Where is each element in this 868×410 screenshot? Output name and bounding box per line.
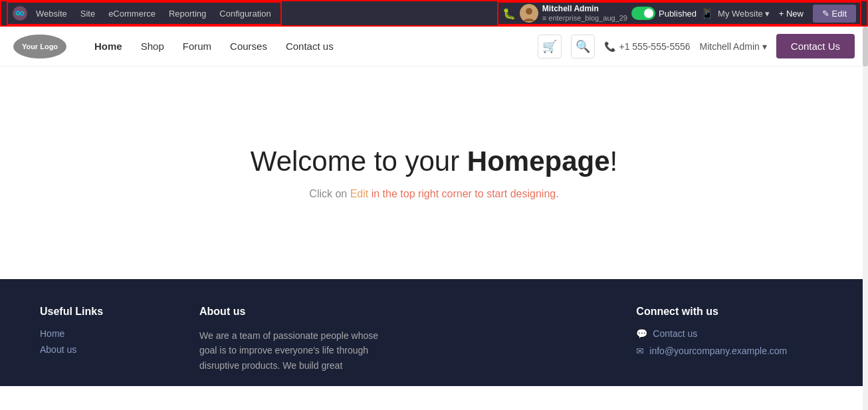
phone-icon: 📞 bbox=[604, 41, 615, 52]
user-blog: ≡ enterprise_blog_aug_29 bbox=[542, 14, 627, 23]
menu-item-home[interactable]: Home bbox=[86, 37, 130, 56]
logo-area[interactable]: Your Logo bbox=[13, 35, 66, 58]
odoo-logo-icon bbox=[12, 5, 28, 21]
scrollbar-thumb[interactable] bbox=[863, 27, 868, 66]
admin-nav-left: Website Site eCommerce Reporting Configu… bbox=[7, 1, 282, 25]
admin-nav-website[interactable]: Website bbox=[31, 6, 72, 21]
mobile-icon[interactable]: 📱 bbox=[701, 7, 714, 20]
menu-item-contact[interactable]: Contact us bbox=[278, 37, 342, 56]
footer-grid: Useful Links Home About us About us We a… bbox=[40, 306, 828, 373]
user-info: Mitchell Admin ≡ enterprise_blog_aug_29 bbox=[542, 4, 627, 23]
avatar bbox=[520, 4, 538, 23]
admin-nav-configuration[interactable]: Configuration bbox=[214, 6, 276, 21]
blog-icon: ≡ bbox=[542, 14, 546, 22]
edit-link-text: Edit bbox=[350, 188, 369, 199]
footer-useful-links: Useful Links Home About us bbox=[40, 306, 173, 373]
phone-number: +1 555-555-5556 bbox=[619, 41, 690, 52]
menu-item-forum[interactable]: Forum bbox=[175, 37, 219, 56]
search-icon[interactable]: 🔍 bbox=[571, 35, 595, 58]
footer: Useful Links Home About us About us We a… bbox=[0, 279, 868, 386]
my-website-button[interactable]: My Website ▾ bbox=[718, 9, 770, 19]
hero-section: Welcome to your Homepage! Click on Edit … bbox=[0, 66, 868, 279]
website-menu: Home Shop Forum Courses Contact us bbox=[86, 37, 342, 56]
chat-icon: 💬 bbox=[636, 328, 647, 339]
admin-nav-site[interactable]: Site bbox=[75, 6, 100, 21]
edit-button[interactable]: ✎ Edit bbox=[813, 5, 856, 23]
nav-right: 🛒 🔍 📞 +1 555-555-5556 Mitchell Admin ▾ C… bbox=[538, 34, 855, 58]
about-us-text: We are a team of passionate people whose… bbox=[199, 328, 391, 373]
footer-email[interactable]: ✉ info@yourcompany.example.com bbox=[636, 346, 828, 356]
scrollbar-track[interactable] bbox=[863, 0, 868, 410]
menu-item-shop[interactable]: Shop bbox=[133, 37, 172, 56]
connect-title: Connect with us bbox=[636, 306, 828, 318]
email-icon: ✉ bbox=[636, 346, 644, 356]
menu-item-courses[interactable]: Courses bbox=[222, 37, 275, 56]
user-button[interactable]: Mitchell Admin ▾ bbox=[700, 41, 767, 52]
svg-point-2 bbox=[526, 8, 532, 15]
website-nav: Your Logo Home Shop Forum Courses Contac… bbox=[0, 27, 868, 66]
about-us-title: About us bbox=[199, 306, 391, 318]
bug-icon[interactable]: 🐛 bbox=[502, 7, 516, 20]
logo: Your Logo bbox=[13, 35, 66, 58]
toggle-switch[interactable] bbox=[631, 7, 655, 20]
footer-about-us: About us We are a team of passionate peo… bbox=[199, 306, 391, 373]
new-button[interactable]: + New bbox=[774, 6, 809, 21]
admin-nav-right: 🐛 Mitchell Admin ≡ enterprise_blog_aug_2… bbox=[497, 1, 861, 25]
footer-spacer bbox=[418, 306, 610, 373]
published-label: Published bbox=[659, 9, 697, 19]
admin-nav-reporting[interactable]: Reporting bbox=[163, 6, 211, 21]
footer-link-about[interactable]: About us bbox=[40, 344, 173, 355]
cart-icon[interactable]: 🛒 bbox=[538, 35, 562, 58]
admin-nav-ecommerce[interactable]: eCommerce bbox=[103, 6, 161, 21]
user-name: Mitchell Admin bbox=[542, 4, 627, 13]
footer-contact-us[interactable]: 💬 Contact us bbox=[636, 328, 828, 339]
contact-us-button[interactable]: Contact Us bbox=[776, 34, 855, 58]
hero-title: Welcome to your Homepage! bbox=[251, 146, 617, 177]
footer-link-home[interactable]: Home bbox=[40, 328, 173, 339]
useful-links-title: Useful Links bbox=[40, 306, 173, 318]
published-toggle[interactable]: Published bbox=[631, 7, 697, 20]
footer-connect: Connect with us 💬 Contact us ✉ info@your… bbox=[636, 306, 828, 373]
hero-subtitle: Click on Edit in the top right corner to… bbox=[309, 188, 558, 200]
admin-bar: Website Site eCommerce Reporting Configu… bbox=[0, 0, 868, 27]
phone-area: 📞 +1 555-555-5556 bbox=[604, 41, 690, 52]
